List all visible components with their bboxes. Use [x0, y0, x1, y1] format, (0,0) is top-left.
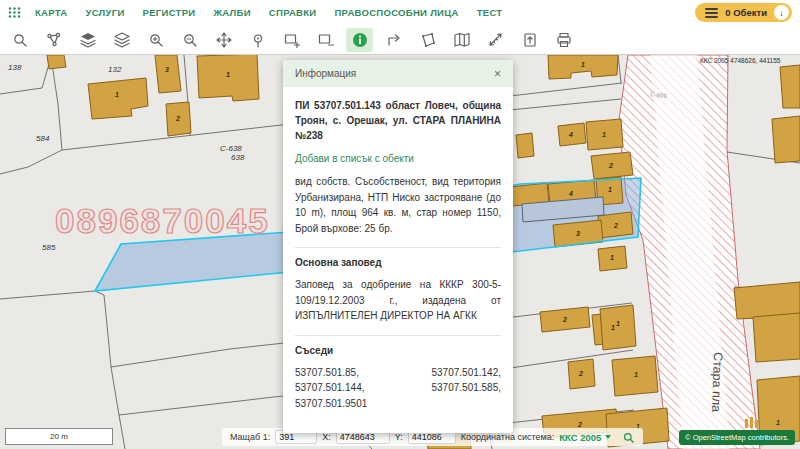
info-popup-header: Информация × — [283, 60, 513, 87]
previous-extent-icon[interactable] — [380, 28, 407, 52]
measure-line-icon[interactable] — [482, 28, 509, 52]
zoom-in-icon[interactable] — [142, 28, 169, 52]
arrow-down-icon: ↓ — [779, 8, 784, 18]
zoom-rect-out-icon[interactable] — [312, 28, 339, 52]
map-toolbar — [0, 25, 800, 55]
parcel-label: 138 — [8, 63, 22, 72]
nav-item-spravki[interactable]: СПРАВКИ — [269, 7, 317, 18]
building-label: 2 — [578, 370, 583, 377]
locate-icon[interactable] — [244, 28, 271, 52]
building-label: 3 — [576, 230, 580, 237]
building-label: 2 — [613, 222, 618, 229]
select-objects-icon[interactable] — [40, 28, 67, 52]
info-tool-icon[interactable] — [346, 28, 373, 52]
info-popup: Информация × ПИ 53707.501.143 област Лов… — [283, 60, 513, 433]
nav-item-zhalbi[interactable]: ЖАЛБИ — [213, 7, 250, 18]
parcel-identifier: ПИ 53707.501.143 област Ловеч, община Тр… — [295, 98, 501, 143]
info-popup-title: Информация — [295, 68, 356, 79]
building-label: 1 — [608, 186, 612, 193]
street-name-label: Стара пла — [709, 352, 725, 412]
osm-attribution[interactable]: © OpenStreetMap contributors. — [679, 430, 795, 445]
parcel-label: 132 — [108, 65, 122, 74]
map-corner-coords: ККС 2005 4748626, 441155 — [700, 57, 781, 64]
hamburger-icon — [705, 8, 718, 18]
zoom-rect-in-icon[interactable] — [278, 28, 305, 52]
nav-item-registri[interactable]: РЕГИСТРИ — [143, 7, 196, 18]
neighbors-list: 53707.501.85, 53707.501.142, 53707.501.1… — [295, 365, 501, 412]
export-icon[interactable] — [516, 28, 543, 52]
building-label: 2 — [562, 316, 567, 323]
collapse-button[interactable]: ↓ — [774, 5, 789, 20]
close-icon[interactable]: × — [494, 69, 501, 79]
objects-count-label: 0 Обекти — [725, 7, 767, 18]
building-label: 1 — [602, 131, 606, 138]
map-watermark: 0896870045 — [55, 201, 270, 240]
legend-icon — [745, 417, 758, 428]
building-label: 1 — [581, 61, 585, 68]
nav-item-karta[interactable]: КАРТА — [35, 7, 67, 18]
top-navigation: КАРТА УСЛУГИ РЕГИСТРИ ЖАЛБИ СПРАВКИ ПРАВ… — [0, 0, 800, 25]
zoom-out-icon[interactable] — [176, 28, 203, 52]
order-section-heading: Основна заповед — [295, 247, 501, 268]
search-tool-icon[interactable] — [6, 28, 33, 52]
building-label: 2 — [577, 421, 582, 428]
layer-list-icon[interactable] — [108, 28, 135, 52]
pan-icon[interactable] — [210, 28, 237, 52]
parcel-label: 638 — [231, 153, 245, 162]
nav-item-pravosposobni-litsa[interactable]: ПРАВОСПОСОБНИ ЛИЦА — [334, 7, 458, 18]
building-label: 2 — [608, 162, 613, 169]
layers-icon[interactable] — [74, 28, 101, 52]
objects-list-button[interactable]: 0 Обекти ↓ — [695, 3, 792, 22]
building-label: 4 — [568, 131, 573, 138]
building-label: 1 — [616, 320, 620, 327]
parcel-details: вид собств. Съсобственост, вид територия… — [295, 174, 501, 236]
map-sheets-icon[interactable] — [448, 28, 475, 52]
parcel-label: 585 — [42, 243, 56, 252]
measure-area-icon[interactable] — [414, 28, 441, 52]
scale-label: Мащаб 1: — [230, 432, 270, 442]
apps-grid-icon[interactable] — [8, 6, 21, 19]
neighbors-section-heading: Съседи — [295, 335, 501, 356]
crs-label: Координатна система: — [461, 432, 554, 442]
building-label: 2 — [175, 115, 180, 122]
building-label: 3 — [165, 66, 169, 73]
building-label: 4 — [568, 190, 573, 197]
y-label: Y: — [395, 432, 403, 442]
building-label: 1 — [634, 371, 638, 378]
info-popup-body: ПИ 53707.501.143 област Ловеч, община Тр… — [283, 87, 513, 433]
building-label: 1 — [115, 91, 119, 98]
add-to-objects-link[interactable]: Добави в списък с обекти — [295, 153, 501, 164]
parcel-label: 584 — [36, 134, 50, 143]
building-label: 1 — [611, 324, 615, 331]
nav-item-test[interactable]: ТЕСТ — [477, 7, 503, 18]
osm-attribution-text: © OpenStreetMap contributors. — [685, 433, 789, 442]
print-icon[interactable] — [550, 28, 577, 52]
parcel-label: С-638 — [220, 144, 242, 153]
building-label: 1 — [610, 254, 614, 261]
scalebar-label: 20 m — [50, 432, 68, 441]
crs-dropdown[interactable]: ККС 2005 — [559, 432, 611, 443]
building-label: 1 — [226, 71, 230, 78]
building-label: 1 — [776, 419, 780, 426]
coordinate-search-icon[interactable] — [622, 431, 635, 444]
crs-selected-value: ККС 2005 — [559, 432, 601, 443]
x-label: X: — [322, 432, 331, 442]
nav-item-uslugi[interactable]: УСЛУГИ — [85, 7, 124, 18]
order-text: Заповед за одобрение на КККР 300-5-109/1… — [295, 277, 501, 324]
map-scalebar: 20 m — [5, 428, 113, 445]
chevron-down-icon — [605, 435, 611, 439]
